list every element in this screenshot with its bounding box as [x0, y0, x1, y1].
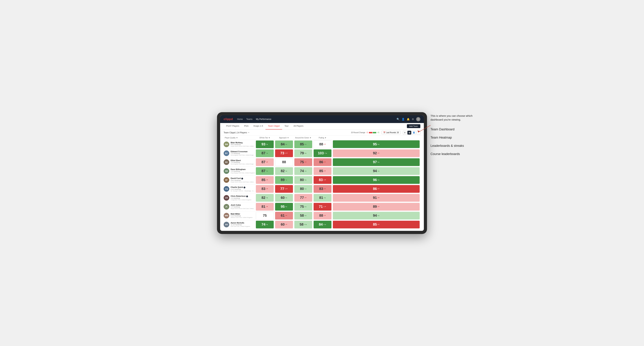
metric-value: 75 — [300, 160, 304, 164]
sub-nav: PGAT Players PGA Hcaps 1-5 Team Clippd T… — [220, 123, 424, 130]
metric-value: 84 — [319, 222, 323, 226]
subnav-tour[interactable]: Tour — [282, 123, 291, 130]
putting-label: Putting — [319, 137, 324, 139]
heatbar — [369, 132, 376, 133]
metric-cell: 74 8▲ — [255, 220, 274, 229]
metric-box: 77 14▼ — [275, 185, 293, 193]
metric-change: 3▼ — [266, 161, 268, 163]
metric-change: 2▼ — [377, 206, 380, 207]
metric-change: 3▲ — [377, 215, 380, 216]
metric-cell: 60 1▼ — [274, 220, 294, 229]
metric-box: 94 1▲ — [333, 167, 420, 175]
col-header-approach[interactable]: Approach ▼ — [274, 136, 294, 140]
table-row[interactable]: DF David Ford ✓ Plus Handicap Royal Nort… — [224, 175, 420, 184]
pos-label: +5 — [377, 132, 379, 134]
metric-value: 82 — [262, 196, 265, 200]
subnav-all-players[interactable]: All Players — [291, 123, 306, 130]
player-club: Gog Magog Golf Club, United Kingdom — [231, 172, 255, 174]
table-row[interactable]: AN Aaron Nicholls 11-15 Handicap Drift G… — [224, 220, 420, 229]
table-row[interactable]: BM Blair McHarg Plus Handicap Royal Nort… — [224, 140, 420, 149]
player-info-cell: CR Chris Robertson ✓ 1-5 Handicap Craigm… — [224, 194, 255, 201]
view-person-button[interactable]: 👤 — [412, 131, 416, 135]
metric-cell: 80 3▲ — [294, 175, 313, 184]
metric-box: 88 2▼ — [314, 212, 332, 219]
metric-box: 73 11▼ — [275, 149, 293, 157]
metric-value: 58 — [300, 213, 304, 218]
metric-change: 3▲ — [266, 197, 268, 198]
metric-value: 87 — [262, 169, 265, 173]
metric-change: 3▼ — [266, 206, 268, 207]
metric-value: 85 — [373, 222, 377, 226]
metric-box: 97 5▲ — [333, 158, 420, 166]
nav-link-teams[interactable]: Teams — [246, 117, 252, 121]
nav-link-performance[interactable]: My Performance — [256, 117, 271, 121]
player-avatar: EC — [224, 151, 229, 156]
table-row[interactable]: CR Chris Robertson ✓ 1-5 Handicap Craigm… — [224, 193, 420, 202]
metric-box: 85 3▼ — [314, 167, 332, 175]
metric-box: 83 10▼ — [314, 176, 332, 184]
player-info-cell: EE Elliot Ebert 1-5 Handicap Sunningdale… — [224, 159, 255, 166]
metric-value: 58 — [300, 222, 304, 226]
player-club: Sunningdale Golf Club, United Kingdom — [231, 154, 255, 156]
player-cell: DB Dave Billingham 1-5 Handicap Gog Mago… — [224, 167, 255, 175]
metric-cell: 95 9▲ — [332, 140, 420, 149]
player-handicap: 11-15 Handicap — [231, 224, 250, 226]
metric-cell: 79 9▲ — [294, 149, 313, 158]
metric-cell: 85 8▲ — [294, 140, 313, 149]
metric-change: 4▲ — [266, 170, 268, 172]
metric-change: 10▲ — [304, 224, 307, 225]
subnav-team-clippd[interactable]: Team Clippd — [266, 123, 282, 130]
avatar[interactable]: U — [416, 117, 420, 121]
subnav-hcaps[interactable]: Hcaps 1-5 — [251, 123, 266, 130]
metric-box: 77 3▼ — [294, 194, 312, 202]
table-row[interactable]: EC Edward Crossman 1-5 Handicap Sunningd… — [224, 149, 420, 158]
settings-icon[interactable]: ⚙ — [412, 118, 414, 121]
view-grid-button[interactable]: ⊞ — [403, 131, 407, 135]
annotation-panel: This is where you can choose which dashb… — [430, 114, 476, 160]
player-details: Elliot Ebert 1-5 Handicap Sunningdale Go… — [231, 159, 255, 165]
search-icon[interactable]: 🔍 — [396, 118, 400, 121]
metric-value: 86 — [373, 187, 377, 191]
bell-icon[interactable]: 🔔 — [407, 118, 410, 121]
metric-box: 91 3▼ — [333, 194, 420, 202]
metric-change: 1▲ — [266, 152, 268, 154]
last-rounds-button[interactable]: 📅 Last Rounds: 20 — [381, 131, 401, 134]
player-info-cell: MM Matt Miller 6-10 Handicap Woburn Golf… — [224, 212, 255, 219]
metric-cell: 74 1▲ — [294, 167, 313, 175]
metric-change: 3▼ — [266, 179, 268, 181]
putting-sort-icon: ▼ — [324, 137, 326, 139]
table-row[interactable]: EE Elliot Ebert 1-5 Handicap Sunningdale… — [224, 158, 420, 167]
metric-value: 60 — [281, 196, 284, 200]
col-header-putting[interactable]: Putting ▼ — [313, 136, 332, 140]
metric-box: 85 3▼ — [256, 176, 274, 184]
metric-change: 3▼ — [304, 161, 306, 163]
table-row[interactable]: JC Josh Coles 1-5 Handicap Royal North D… — [224, 202, 420, 211]
metric-change: 5▲ — [377, 161, 380, 163]
player-handicap: Plus Handicap — [231, 179, 255, 181]
metric-value: 74 — [262, 222, 265, 226]
metric-value: 83 — [319, 178, 323, 182]
neg-label: -5 — [366, 132, 368, 134]
subnav-pgat[interactable]: PGAT Players — [224, 123, 242, 130]
table-row[interactable]: CQ Charlie Quick ✓ 6-10 Handicap St. Geo… — [224, 184, 420, 193]
user-icon[interactable]: 👤 — [402, 118, 404, 121]
metric-box: 83 6▼ — [314, 185, 332, 193]
metric-value: 75 — [300, 205, 304, 209]
nav-link-home[interactable]: Home — [237, 117, 243, 121]
view-heatmap-button[interactable]: ▦ — [408, 131, 411, 135]
edit-icon[interactable]: ✏ — [248, 132, 249, 134]
col-header-tee[interactable]: Off the Tee ▼ — [255, 136, 274, 140]
metric-cell: 85 4▼ — [332, 220, 420, 229]
player-club: Craigmillar Park, United Kingdom — [231, 199, 251, 201]
table-row[interactable]: MM Matt Miller 6-10 Handicap Woburn Golf… — [224, 211, 420, 220]
player-info-cell: EC Edward Crossman 1-5 Handicap Sunningd… — [224, 150, 255, 157]
subnav-pga[interactable]: PGA — [242, 123, 251, 130]
metric-box: 87 4▲ — [256, 167, 274, 175]
tablet-frame: clippd Home Teams My Performance 🔍 👤 🔔 ⚙… — [217, 112, 427, 234]
metric-cell: 85 3▼ — [255, 175, 274, 184]
metric-change: 21▲ — [323, 224, 326, 225]
table-row[interactable]: DB Dave Billingham 1-5 Handicap Gog Mago… — [224, 167, 420, 175]
metric-value: 77 — [280, 187, 284, 191]
annotation-item: Course leaderboards — [430, 152, 476, 156]
col-header-around[interactable]: Around the Green ▼ — [294, 136, 313, 140]
